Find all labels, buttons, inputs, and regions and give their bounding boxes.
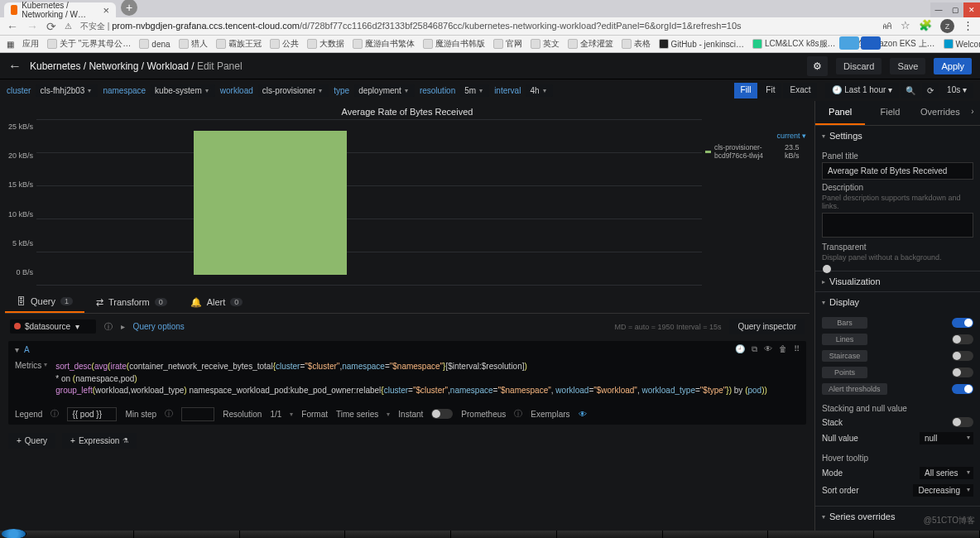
save-button[interactable]: Save (890, 58, 925, 74)
bookmark-item[interactable]: 公共 (270, 38, 299, 50)
bar-series-1[interactable] (194, 131, 347, 275)
bookmark-item[interactable]: 应用 (22, 38, 39, 50)
eye-icon[interactable]: 👁 (764, 344, 772, 354)
extension-icon[interactable]: 🧩 (919, 19, 932, 33)
bookmark-item[interactable]: 霸族王冠 (216, 38, 262, 50)
resolution-select[interactable]: 1/1 (270, 410, 281, 419)
tab-close-icon[interactable]: × (103, 4, 109, 17)
window-maximize[interactable]: ▢ (947, 2, 963, 17)
mode-select[interactable]: All series (920, 467, 973, 479)
minstep-input[interactable] (181, 407, 214, 421)
bookmark-item[interactable]: 官网 (493, 38, 522, 50)
profile-avatar[interactable]: Z (940, 19, 954, 33)
lines-toggle[interactable] (952, 334, 973, 344)
drag-handle-icon[interactable]: ⠿ (794, 344, 800, 354)
nullvalue-select[interactable]: null (920, 432, 973, 444)
stack-toggle[interactable] (952, 417, 973, 427)
collapse-pane-icon[interactable]: › (965, 101, 980, 125)
legend-input[interactable] (67, 407, 117, 421)
chevron-down-icon[interactable]: ▾ (15, 345, 19, 354)
tab-overrides[interactable]: Overrides (915, 101, 965, 125)
tab-transform[interactable]: ⇄Transform0 (84, 291, 179, 313)
forward-icon[interactable]: → (26, 20, 38, 33)
query-editor[interactable]: sort_desc(avg(irate(container_network_re… (54, 359, 800, 399)
bookmark-item[interactable]: GitHub - jenkinsci… (659, 39, 744, 49)
panel-title-input[interactable] (822, 162, 973, 180)
exact-button[interactable]: Exact (783, 83, 817, 98)
fill-button[interactable]: Fill (734, 83, 758, 98)
plot-area[interactable] (36, 119, 702, 285)
description-input[interactable] (822, 213, 973, 238)
var-workload[interactable]: cls-provisioner▾ (258, 84, 329, 97)
instant-toggle[interactable] (431, 409, 453, 419)
bookmark-item[interactable]: 英文 (531, 38, 560, 50)
legend-item[interactable]: cls-provisioner-bcd9f76c6-tlwj4 23.5 kB/… (705, 143, 806, 160)
back-button[interactable]: ← (8, 59, 22, 74)
var-cluster[interactable]: cls-fhhj2b03▾ (36, 84, 98, 97)
tab-query[interactable]: 🗄Query1 (5, 291, 84, 313)
discard-button[interactable]: Discard (836, 58, 882, 74)
staircase-toggle[interactable] (952, 351, 973, 361)
section-visualization[interactable]: ▸Visualization (815, 271, 980, 291)
sort-select[interactable]: Decreasing (913, 484, 973, 497)
fit-button[interactable]: Fit (759, 83, 781, 98)
tab-panel[interactable]: Panel (815, 101, 865, 125)
section-settings[interactable]: ▾Settings (815, 126, 980, 146)
copy-icon[interactable]: ⧉ (752, 344, 757, 354)
clock-icon[interactable]: 🕘 (735, 344, 745, 354)
window-minimize[interactable]: — (930, 2, 947, 17)
var-namespace[interactable]: kube-system▾ (151, 84, 215, 97)
datasource-picker[interactable]: $datasource ▾ (10, 319, 96, 334)
eye-icon[interactable]: 👁 (579, 410, 587, 419)
query-options-link[interactable]: Query options (133, 322, 185, 331)
settings-icon[interactable]: ⚙ (807, 56, 828, 76)
breadcrumb[interactable]: Kubernetes / Networking / Workload / Edi… (30, 60, 243, 72)
new-tab-button[interactable]: + (121, 0, 137, 16)
bookmark-item[interactable]: 大数据 (307, 38, 344, 50)
refresh-icon[interactable]: ⟳ (922, 83, 939, 98)
bookmark-item[interactable]: 猎人 (179, 38, 208, 50)
apps-icon[interactable]: ▦ (7, 40, 14, 49)
info-icon[interactable]: ⓘ (165, 408, 173, 420)
add-query-button[interactable]: + Query (8, 433, 55, 449)
bars-toggle[interactable] (952, 318, 973, 328)
back-icon[interactable]: ← (7, 20, 18, 33)
browser-tab[interactable]: Kubernetes / Networking / W… × (4, 2, 116, 17)
menu-icon[interactable]: ⋮ (963, 19, 973, 33)
var-type[interactable]: deployment▾ (354, 84, 415, 97)
bookmark-star-icon[interactable]: ☆ (901, 19, 910, 33)
url-field[interactable]: 不安全 | prom-nvbgdjen-grafana.ccs.tencent-… (80, 21, 873, 32)
tab-field[interactable]: Field (865, 101, 915, 125)
query-inspector-button[interactable]: Query inspector (729, 319, 805, 334)
alert-thresholds-toggle[interactable] (952, 384, 973, 394)
points-toggle[interactable] (952, 367, 973, 377)
add-expression-button[interactable]: + Expression ⚗ (62, 433, 137, 449)
var-interval[interactable]: 4h▾ (526, 84, 552, 97)
bookmark-item[interactable]: 表格 (622, 38, 651, 50)
info-icon[interactable]: ⓘ (50, 408, 59, 420)
bookmark-item[interactable]: dena (139, 39, 170, 49)
tab-alert[interactable]: 🔔Alert0 (179, 291, 255, 313)
bookmark-item[interactable]: 魔游白书韩版 (423, 38, 485, 50)
trash-icon[interactable]: 🗑 (779, 344, 787, 354)
taskbar[interactable] (0, 531, 980, 538)
var-resolution[interactable]: 5m▾ (460, 84, 489, 97)
apply-button[interactable]: Apply (934, 58, 972, 74)
insecure-icon[interactable]: ⚠ (65, 22, 72, 31)
info-icon[interactable]: ⓘ (514, 408, 522, 420)
bookmark-item[interactable]: LCM&LCX k8s服… (752, 38, 836, 50)
window-close[interactable]: ✕ (963, 2, 980, 17)
zoom-out-icon[interactable]: 🔍 (901, 83, 920, 98)
legend-header[interactable]: current ▾ (705, 132, 806, 140)
time-picker[interactable]: 🕘 Last 1 hour ▾ (825, 83, 899, 98)
bookmark-item[interactable]: Welcome - Beats:… (944, 39, 980, 49)
bookmark-item[interactable]: 全球灌篮 (568, 38, 613, 50)
refresh-interval[interactable]: 10s ▾ (940, 83, 973, 98)
reload-icon[interactable]: ⟳ (46, 20, 56, 33)
bookmark-item[interactable]: 魔游白书繁体 (353, 38, 415, 50)
translate-icon[interactable]: 🗚 (882, 19, 892, 33)
format-select[interactable]: Time series (336, 410, 378, 419)
info-icon[interactable]: ⓘ (104, 321, 113, 333)
section-display[interactable]: ▾Display (815, 292, 980, 312)
bookmark-item[interactable]: 关于 "元界其母公… (47, 38, 131, 50)
